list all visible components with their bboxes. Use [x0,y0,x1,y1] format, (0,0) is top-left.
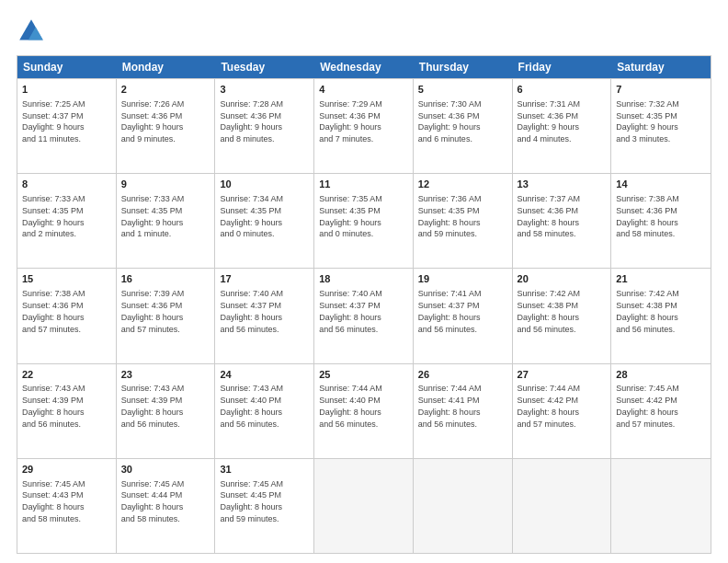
calendar-day-23: 23Sunrise: 7:43 AM Sunset: 4:39 PM Dayli… [117,364,216,458]
calendar-day-25: 25Sunrise: 7:44 AM Sunset: 4:40 PM Dayli… [314,364,414,458]
calendar-week-5: 29Sunrise: 7:45 AM Sunset: 4:43 PM Dayli… [17,458,711,553]
day-number: 19 [418,272,507,286]
calendar-day-11: 11Sunrise: 7:35 AM Sunset: 4:35 PM Dayli… [314,174,414,268]
calendar-day-13: 13Sunrise: 7:37 AM Sunset: 4:36 PM Dayli… [513,174,612,268]
calendar-day-14: 14Sunrise: 7:38 AM Sunset: 4:36 PM Dayli… [611,174,711,268]
calendar-day-24: 24Sunrise: 7:43 AM Sunset: 4:40 PM Dayli… [215,364,314,458]
day-info: Sunrise: 7:33 AM Sunset: 4:35 PM Dayligh… [121,194,185,238]
day-number: 7 [616,83,706,97]
calendar-week-1: 1Sunrise: 7:25 AM Sunset: 4:37 PM Daylig… [17,78,711,173]
day-info: Sunrise: 7:45 AM Sunset: 4:42 PM Dayligh… [616,384,679,428]
day-number: 1 [22,83,111,97]
header-day-friday: Friday [513,56,612,78]
day-number: 10 [220,178,309,191]
calendar-body: 1Sunrise: 7:25 AM Sunset: 4:37 PM Daylig… [17,78,711,553]
calendar-day-27: 27Sunrise: 7:44 AM Sunset: 4:42 PM Dayli… [513,364,612,458]
day-info: Sunrise: 7:42 AM Sunset: 4:38 PM Dayligh… [616,289,679,333]
calendar-day-1: 1Sunrise: 7:25 AM Sunset: 4:37 PM Daylig… [17,79,117,173]
calendar-empty-cell [611,459,711,553]
day-number: 13 [518,178,607,191]
day-info: Sunrise: 7:44 AM Sunset: 4:40 PM Dayligh… [319,384,382,428]
day-info: Sunrise: 7:31 AM Sunset: 4:36 PM Dayligh… [518,99,581,144]
day-info: Sunrise: 7:28 AM Sunset: 4:36 PM Dayligh… [220,99,283,144]
calendar: SundayMondayTuesdayWednesdayThursdayFrid… [17,55,711,554]
day-info: Sunrise: 7:40 AM Sunset: 4:37 PM Dayligh… [220,289,283,333]
calendar-empty-cell [513,459,612,553]
day-info: Sunrise: 7:43 AM Sunset: 4:39 PM Dayligh… [22,384,85,428]
day-number: 21 [616,272,706,286]
day-info: Sunrise: 7:42 AM Sunset: 4:38 PM Dayligh… [518,289,581,333]
day-number: 4 [319,83,408,97]
logo-icon [17,17,46,46]
day-info: Sunrise: 7:34 AM Sunset: 4:35 PM Dayligh… [220,194,283,238]
calendar-day-21: 21Sunrise: 7:42 AM Sunset: 4:38 PM Dayli… [611,269,711,362]
day-number: 3 [220,83,309,97]
day-number: 25 [319,368,408,382]
day-number: 30 [121,463,210,477]
day-info: Sunrise: 7:35 AM Sunset: 4:35 PM Dayligh… [319,194,382,238]
day-info: Sunrise: 7:32 AM Sunset: 4:35 PM Dayligh… [616,99,679,144]
header-day-thursday: Thursday [414,56,513,78]
day-number: 27 [518,368,607,382]
day-number: 26 [418,368,507,382]
day-info: Sunrise: 7:45 AM Sunset: 4:45 PM Dayligh… [220,479,283,523]
header-day-monday: Monday [117,56,216,78]
calendar-day-9: 9Sunrise: 7:33 AM Sunset: 4:35 PM Daylig… [117,174,216,268]
day-info: Sunrise: 7:44 AM Sunset: 4:42 PM Dayligh… [518,384,581,428]
day-info: Sunrise: 7:45 AM Sunset: 4:43 PM Dayligh… [22,479,85,523]
day-info: Sunrise: 7:29 AM Sunset: 4:36 PM Dayligh… [319,99,382,144]
day-number: 17 [220,272,309,286]
day-info: Sunrise: 7:30 AM Sunset: 4:36 PM Dayligh… [418,99,482,144]
calendar-day-12: 12Sunrise: 7:36 AM Sunset: 4:35 PM Dayli… [414,174,513,268]
day-number: 8 [22,178,111,191]
day-info: Sunrise: 7:38 AM Sunset: 4:36 PM Dayligh… [22,289,85,333]
header-day-sunday: Sunday [17,56,117,78]
calendar-day-29: 29Sunrise: 7:45 AM Sunset: 4:43 PM Dayli… [17,459,117,553]
header-day-saturday: Saturday [611,56,711,78]
day-number: 12 [418,178,507,191]
calendar-day-16: 16Sunrise: 7:39 AM Sunset: 4:36 PM Dayli… [117,269,216,362]
calendar-day-26: 26Sunrise: 7:44 AM Sunset: 4:41 PM Dayli… [414,364,513,458]
day-info: Sunrise: 7:36 AM Sunset: 4:35 PM Dayligh… [418,194,482,238]
day-number: 16 [121,272,210,286]
day-info: Sunrise: 7:38 AM Sunset: 4:36 PM Dayligh… [616,194,679,238]
calendar-day-4: 4Sunrise: 7:29 AM Sunset: 4:36 PM Daylig… [314,79,414,173]
day-info: Sunrise: 7:39 AM Sunset: 4:36 PM Dayligh… [121,289,185,333]
calendar-day-10: 10Sunrise: 7:34 AM Sunset: 4:35 PM Dayli… [215,174,314,268]
day-number: 2 [121,83,210,97]
day-info: Sunrise: 7:43 AM Sunset: 4:39 PM Dayligh… [121,384,185,428]
day-number: 24 [220,368,309,382]
calendar-header: SundayMondayTuesdayWednesdayThursdayFrid… [17,56,711,78]
calendar-empty-cell [414,459,513,553]
day-info: Sunrise: 7:25 AM Sunset: 4:37 PM Dayligh… [22,99,85,144]
calendar-day-31: 31Sunrise: 7:45 AM Sunset: 4:45 PM Dayli… [215,459,314,553]
calendar-empty-cell [314,459,414,553]
day-number: 22 [22,368,111,382]
calendar-day-19: 19Sunrise: 7:41 AM Sunset: 4:37 PM Dayli… [414,269,513,362]
calendar-day-6: 6Sunrise: 7:31 AM Sunset: 4:36 PM Daylig… [513,79,612,173]
day-number: 6 [518,83,607,97]
day-number: 29 [22,463,111,477]
calendar-day-15: 15Sunrise: 7:38 AM Sunset: 4:36 PM Dayli… [17,269,117,362]
day-number: 14 [616,178,706,191]
day-info: Sunrise: 7:43 AM Sunset: 4:40 PM Dayligh… [220,384,283,428]
calendar-day-8: 8Sunrise: 7:33 AM Sunset: 4:35 PM Daylig… [17,174,117,268]
calendar-day-20: 20Sunrise: 7:42 AM Sunset: 4:38 PM Dayli… [513,269,612,362]
calendar-day-30: 30Sunrise: 7:45 AM Sunset: 4:44 PM Dayli… [117,459,216,553]
day-number: 11 [319,178,408,191]
day-info: Sunrise: 7:45 AM Sunset: 4:44 PM Dayligh… [121,479,185,523]
day-number: 31 [220,463,309,477]
day-number: 28 [616,368,706,382]
calendar-day-18: 18Sunrise: 7:40 AM Sunset: 4:37 PM Dayli… [314,269,414,362]
calendar-day-2: 2Sunrise: 7:26 AM Sunset: 4:36 PM Daylig… [117,79,216,173]
header-day-tuesday: Tuesday [215,56,314,78]
page-header [17,17,711,46]
calendar-week-2: 8Sunrise: 7:33 AM Sunset: 4:35 PM Daylig… [17,173,711,268]
day-number: 15 [22,272,111,286]
day-number: 5 [418,83,507,97]
day-number: 18 [319,272,408,286]
calendar-day-17: 17Sunrise: 7:40 AM Sunset: 4:37 PM Dayli… [215,269,314,362]
day-info: Sunrise: 7:33 AM Sunset: 4:35 PM Dayligh… [22,194,85,238]
calendar-day-7: 7Sunrise: 7:32 AM Sunset: 4:35 PM Daylig… [611,79,711,173]
day-info: Sunrise: 7:44 AM Sunset: 4:41 PM Dayligh… [418,384,482,428]
